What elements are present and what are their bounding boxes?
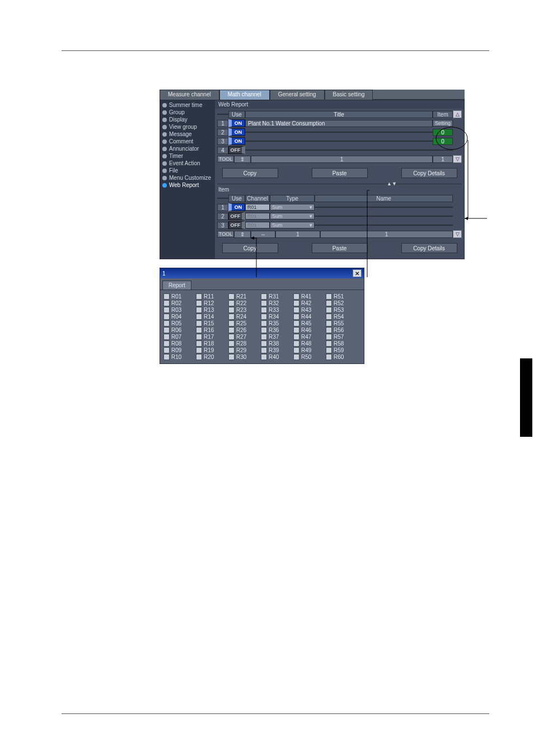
checkbox-icon[interactable]	[326, 327, 332, 333]
checkbox-icon[interactable]	[196, 300, 202, 306]
item-toolrow-updown-icon[interactable]: ⇕	[234, 231, 251, 238]
checkbox-icon[interactable]	[163, 293, 170, 300]
type-select[interactable]: Sum▾	[270, 213, 315, 220]
report-channel-option[interactable]: R33	[261, 307, 288, 313]
report-channel-option[interactable]: R56	[326, 327, 353, 333]
checkbox-icon[interactable]	[261, 314, 267, 320]
checkbox-icon[interactable]	[163, 327, 170, 333]
sidebar-item-display[interactable]: Display	[160, 116, 215, 123]
checkbox-icon[interactable]	[261, 347, 267, 353]
toolrow-title-col[interactable]: 1	[251, 156, 433, 163]
sidebar-item-group[interactable]: Group	[160, 109, 215, 116]
sidebar-item-comment[interactable]: Comment	[160, 138, 215, 145]
report-channel-option[interactable]: R45	[293, 320, 320, 326]
report-channel-option[interactable]: R19	[196, 347, 223, 353]
tab-measure-channel[interactable]: Measure channel	[160, 90, 219, 100]
report-channel-option[interactable]: R38	[261, 340, 288, 347]
report-channel-option[interactable]: R22	[228, 300, 255, 306]
report-channel-option[interactable]: R04	[163, 314, 190, 320]
title-cell[interactable]	[245, 132, 433, 133]
checkbox-icon[interactable]	[326, 340, 332, 347]
checkbox-icon[interactable]	[196, 320, 202, 326]
report-channel-option[interactable]: R30	[228, 354, 255, 360]
copy-button[interactable]: Copy	[222, 168, 278, 178]
report-channel-option[interactable]: R03	[163, 307, 190, 313]
checkbox-icon[interactable]	[326, 347, 332, 353]
report-channel-option[interactable]: R12	[196, 300, 223, 306]
item-paste-button[interactable]: Paste	[312, 243, 368, 253]
checkbox-icon[interactable]	[163, 320, 170, 326]
sidebar-item-web-report[interactable]: Web Report	[160, 181, 215, 189]
report-channel-option[interactable]: R42	[293, 300, 320, 306]
checkbox-icon[interactable]	[293, 327, 299, 333]
report-channel-option[interactable]: R15	[196, 320, 223, 326]
report-channel-option[interactable]: R49	[293, 347, 320, 353]
use-toggle[interactable]: ON	[228, 128, 245, 136]
use-toggle[interactable]: OFF	[228, 212, 245, 220]
scroll-up-icon[interactable]: △	[453, 110, 462, 118]
checkbox-icon[interactable]	[293, 293, 299, 300]
report-channel-option[interactable]: R60	[326, 354, 353, 360]
checkbox-icon[interactable]	[293, 300, 299, 306]
checkbox-icon[interactable]	[228, 354, 235, 360]
sidebar-item-event-action[interactable]: Event Action	[160, 160, 215, 167]
report-channel-option[interactable]: R16	[196, 327, 223, 333]
report-channel-option[interactable]: R59	[326, 347, 353, 353]
checkbox-icon[interactable]	[326, 334, 332, 340]
checkbox-icon[interactable]	[261, 340, 267, 347]
report-channel-option[interactable]: R37	[261, 334, 288, 340]
name-cell[interactable]	[315, 216, 453, 217]
checkbox-icon[interactable]	[196, 347, 202, 353]
checkbox-icon[interactable]	[163, 314, 170, 320]
checkbox-icon[interactable]	[293, 334, 299, 340]
report-channel-option[interactable]: R29	[228, 347, 255, 353]
report-channel-option[interactable]: R36	[261, 327, 288, 333]
checkbox-icon[interactable]	[326, 293, 332, 300]
report-channel-option[interactable]: R11	[196, 293, 223, 300]
checkbox-icon[interactable]	[228, 320, 235, 326]
report-channel-option[interactable]: R18	[196, 340, 223, 347]
report-channel-option[interactable]: R43	[293, 307, 320, 313]
report-channel-option[interactable]: R26	[228, 327, 255, 333]
report-channel-option[interactable]: R40	[261, 354, 288, 360]
report-channel-option[interactable]: R23	[228, 307, 255, 313]
report-channel-option[interactable]: R02	[163, 300, 190, 306]
checkbox-icon[interactable]	[261, 293, 267, 300]
checkbox-icon[interactable]	[228, 340, 235, 347]
checkbox-icon[interactable]	[228, 314, 235, 320]
report-channel-option[interactable]: R57	[326, 334, 353, 340]
report-channel-option[interactable]: R32	[261, 300, 288, 306]
checkbox-icon[interactable]	[163, 354, 170, 360]
sidebar-item-view-group[interactable]: View group	[160, 123, 215, 130]
use-toggle[interactable]: ON	[228, 203, 245, 211]
checkbox-icon[interactable]	[196, 334, 202, 340]
sidebar-item-timer[interactable]: Timer	[160, 152, 215, 160]
checkbox-icon[interactable]	[163, 347, 170, 353]
report-channel-option[interactable]: R58	[326, 340, 353, 347]
sidebar-item-message[interactable]: Message	[160, 130, 215, 138]
report-channel-option[interactable]: R28	[228, 340, 255, 347]
checkbox-icon[interactable]	[293, 320, 299, 326]
tab-math-channel[interactable]: Math channel	[219, 90, 270, 100]
checkbox-icon[interactable]	[326, 307, 332, 313]
item-count-cell[interactable]: Setting	[433, 120, 453, 127]
checkbox-icon[interactable]	[293, 340, 299, 347]
checkbox-icon[interactable]	[196, 314, 202, 320]
channel-cell[interactable]: R01	[245, 222, 270, 228]
checkbox-icon[interactable]	[163, 307, 170, 313]
use-toggle[interactable]: ON	[228, 137, 245, 145]
report-channel-option[interactable]: R53	[326, 307, 353, 313]
checkbox-icon[interactable]	[293, 307, 299, 313]
checkbox-icon[interactable]	[196, 340, 202, 347]
sidebar-item-summer-time[interactable]: Summer time	[160, 101, 215, 109]
copy-details-button[interactable]: Copy Details	[401, 168, 457, 178]
report-channel-option[interactable]: R44	[293, 314, 320, 320]
checkbox-icon[interactable]	[228, 347, 235, 353]
report-channel-option[interactable]: R50	[293, 354, 320, 360]
checkbox-icon[interactable]	[326, 354, 332, 360]
toolrow-item-col[interactable]: 1	[433, 156, 453, 163]
checkbox-icon[interactable]	[196, 293, 202, 300]
popup-tab-report[interactable]: Report	[162, 281, 191, 290]
title-cell[interactable]: Plant No.1 Water Consumption	[245, 120, 433, 127]
item-toolrow-name[interactable]: 1	[320, 231, 453, 238]
